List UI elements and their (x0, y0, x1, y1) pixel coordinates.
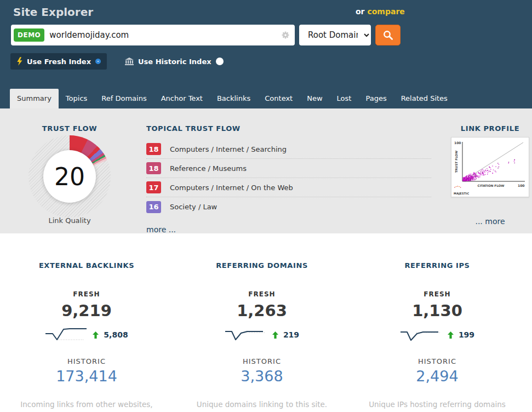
majestic-brand-label: MAJESTIC (454, 192, 469, 195)
tab-bar: Summary Topics Ref Domains Anchor Text B… (10, 89, 455, 108)
historic-value: 173,414 (4, 368, 169, 385)
trend-row: 5,808 (4, 328, 169, 342)
stats-section: EXTERNAL BACKLINKS FRESH 9,219 5,808 HIS… (0, 233, 532, 412)
historic-label: HISTORIC (4, 357, 169, 365)
magnifier-icon (383, 30, 393, 41)
topical-label: Society / Law (170, 203, 217, 211)
fresh-index-label: Use Fresh Index (27, 58, 91, 66)
topical-list: 18 Computers / Internet / Searching 18 R… (146, 140, 431, 216)
majestic-logo-arc (454, 186, 461, 188)
tab-pages[interactable]: Pages (358, 89, 393, 108)
trust-flow-caption: Link Quality (28, 216, 111, 225)
search-button[interactable] (375, 25, 401, 45)
fresh-radio-icon[interactable] (95, 59, 101, 64)
up-arrow-icon (93, 331, 99, 339)
compare-row: or compare (356, 7, 405, 16)
scope-select[interactable]: Root Domain (299, 25, 371, 45)
fresh-label: FRESH (180, 290, 344, 298)
fresh-value: 1,130 (355, 301, 519, 320)
referring-domains-column: REFERRING DOMAINS FRESH 1,263 219 HISTOR… (180, 261, 344, 412)
topical-label: Computers / Internet / Searching (170, 145, 287, 153)
topical-score-badge: 17 (146, 181, 161, 193)
trust-flow-gauge: 20 (28, 135, 111, 218)
tab-backlinks[interactable]: Backlinks (210, 89, 258, 108)
tab-topics[interactable]: Topics (59, 89, 94, 108)
sparkline (45, 328, 88, 342)
fresh-label: FRESH (4, 290, 169, 298)
fresh-value: 9,219 (4, 301, 169, 320)
topical-score-badge: 16 (146, 201, 161, 213)
fresh-label: FRESH (355, 290, 519, 298)
stat-description: Incoming links from other websites, excl… (4, 399, 169, 412)
svg-text:100: 100 (454, 141, 461, 145)
lightning-icon (16, 57, 22, 66)
trend-row: 199 (355, 328, 519, 342)
up-arrow-icon (448, 331, 454, 339)
sparkline (225, 328, 267, 342)
tab-summary[interactable]: Summary (10, 89, 59, 108)
topical-item: 16 Society / Law (146, 197, 431, 216)
topical-heading: TOPICAL TRUST FLOW (146, 124, 431, 133)
external-backlinks-column: EXTERNAL BACKLINKS FRESH 9,219 5,808 HIS… (4, 261, 169, 412)
overview-band: TRUST FLOW 20 Link Quality TOPICAL TRUST… (0, 108, 532, 233)
site-explorer-page: Site Explorer or compare DEMO (0, 0, 532, 412)
historic-index-label: Use Historic Index (138, 58, 211, 66)
topical-item: 18 Computers / Internet / Searching (146, 140, 431, 159)
search-box: DEMO (11, 25, 295, 45)
stat-heading: REFERRING IPS (355, 261, 519, 270)
page-title: Site Explorer (13, 5, 93, 19)
compare-prefix: or (356, 7, 367, 16)
svg-text:CITATION FLOW: CITATION FLOW (478, 184, 505, 187)
historic-label: HISTORIC (180, 357, 344, 365)
stat-heading: REFERRING DOMAINS (180, 261, 344, 270)
link-profile-chart[interactable]: 100 TRUST FLOW CITATION FLOW 100 MAJESTI… (451, 137, 529, 197)
tab-anchor-text[interactable]: Anchor Text (154, 89, 210, 108)
gear-icon[interactable] (282, 31, 289, 39)
compare-link[interactable]: compare (367, 7, 404, 16)
topical-item: 18 Reference / Museums (146, 159, 431, 178)
stat-description: Unique IPs hosting referring domains (355, 399, 519, 410)
topical-score-badge: 18 (146, 143, 161, 155)
delta-value: 199 (459, 330, 474, 339)
fresh-index-toggle[interactable]: Use Fresh Index (10, 53, 107, 70)
trend-row: 219 (180, 328, 344, 342)
up-arrow-icon (272, 331, 278, 339)
topical-label: Reference / Museums (170, 164, 247, 173)
link-profile-heading: LINK PROFILE (451, 124, 529, 133)
stat-heading: EXTERNAL BACKLINKS (4, 261, 169, 270)
historic-index-toggle[interactable]: Use Historic Index (119, 54, 230, 70)
sparkline (400, 328, 443, 342)
delta-value: 5,808 (104, 330, 128, 339)
fresh-value: 1,263 (180, 301, 344, 320)
tab-ref-domains[interactable]: Ref Domains (94, 89, 153, 108)
historic-label: HISTORIC (355, 357, 519, 365)
tab-related-sites[interactable]: Related Sites (394, 89, 455, 108)
tab-context[interactable]: Context (258, 89, 300, 108)
historic-value: 3,368 (180, 368, 344, 385)
referring-ips-column: REFERRING IPS FRESH 1,130 199 HISTORIC 2… (355, 261, 519, 410)
trust-flow-heading: TRUST FLOW (28, 124, 111, 133)
index-toggle-row: Use Fresh Index Use Historic Index (10, 53, 230, 70)
header: Site Explorer or compare DEMO (0, 0, 532, 108)
tab-new[interactable]: New (300, 89, 329, 108)
delta-value: 219 (283, 330, 299, 339)
topical-trust-flow: TOPICAL TRUST FLOW 18 Computers / Intern… (146, 124, 431, 234)
svg-text:100: 100 (518, 184, 525, 187)
trust-flow-value: 20 (43, 150, 96, 203)
stat-description: Unique domains linking to this site. Bre… (180, 399, 344, 412)
historic-value: 2,494 (355, 368, 519, 385)
demo-badge: DEMO (14, 28, 44, 42)
topical-more-link[interactable]: more ... (146, 225, 176, 234)
topical-label: Computers / Internet / On the Web (170, 184, 293, 192)
topical-score-badge: 18 (146, 162, 161, 174)
bank-icon (125, 58, 134, 65)
scatter-plot: 100 TRUST FLOW CITATION FLOW 100 (451, 138, 529, 192)
svg-text:TRUST FLOW: TRUST FLOW (455, 151, 458, 173)
search-input[interactable] (49, 30, 282, 40)
tab-lost[interactable]: Lost (330, 89, 359, 108)
topical-item: 17 Computers / Internet / On the Web (146, 178, 431, 197)
historic-radio-icon[interactable] (216, 58, 224, 65)
link-profile-more-link[interactable]: ... more (451, 217, 529, 226)
